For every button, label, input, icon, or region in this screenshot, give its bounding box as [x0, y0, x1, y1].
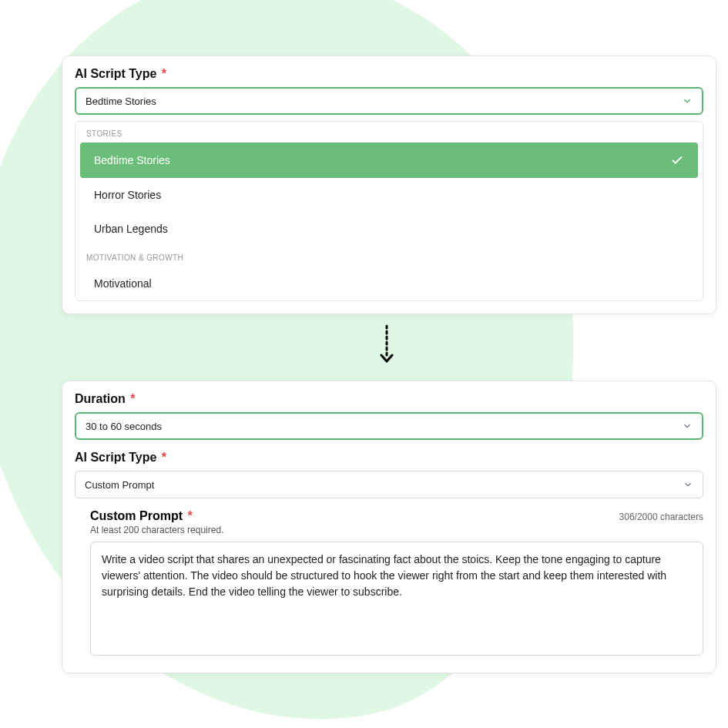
option-horror-stories[interactable]: Horror Stories — [75, 178, 703, 212]
duration-select[interactable]: 30 to 60 seconds — [75, 412, 703, 440]
duration-card: Duration * 30 to 60 seconds AI Script Ty… — [62, 381, 716, 673]
custom-prompt-title-wrap: Custom Prompt * — [90, 509, 193, 523]
option-label: Urban Legends — [94, 223, 168, 235]
character-hint: At least 200 characters required. — [90, 525, 703, 535]
script-type-dropdown: STORIES Bedtime Stories Horror Stories U… — [75, 121, 703, 301]
select-value: Bedtime Stories — [86, 96, 156, 107]
required-asterisk: * — [162, 67, 166, 80]
check-icon — [670, 153, 684, 167]
character-count: 306/2000 characters — [619, 512, 703, 522]
script-type-label: AI Script Type * — [75, 67, 703, 81]
custom-prompt-block: Custom Prompt * 306/2000 characters At l… — [90, 509, 703, 659]
script-type-select[interactable]: Bedtime Stories — [75, 87, 703, 115]
custom-prompt-textarea[interactable] — [90, 542, 703, 656]
option-label: Bedtime Stories — [94, 154, 170, 166]
arrow-down-icon — [379, 324, 394, 364]
script-type-select-2[interactable]: Custom Prompt — [75, 471, 703, 498]
option-urban-legends[interactable]: Urban Legends — [75, 212, 703, 246]
label-text: Duration — [75, 392, 126, 405]
label-text: AI Script Type — [75, 451, 156, 464]
required-asterisk: * — [162, 451, 166, 464]
option-motivational[interactable]: Motivational — [75, 267, 703, 300]
chevron-down-icon — [683, 479, 693, 490]
select-value: 30 to 60 seconds — [86, 421, 162, 432]
label-text: AI Script Type — [75, 67, 156, 80]
required-asterisk: * — [130, 392, 135, 405]
group-header-stories: STORIES — [75, 122, 703, 143]
script-type-label-2: AI Script Type * — [75, 451, 703, 465]
option-label: Horror Stories — [94, 189, 161, 201]
chevron-down-icon — [682, 421, 693, 431]
chevron-down-icon — [682, 96, 693, 106]
duration-label: Duration * — [75, 392, 703, 406]
option-label: Motivational — [94, 277, 152, 290]
group-header-motivation: MOTIVATION & GROWTH — [75, 246, 703, 267]
custom-prompt-title: Custom Prompt — [90, 509, 183, 522]
select-value: Custom Prompt — [85, 479, 154, 491]
required-asterisk: * — [187, 509, 192, 522]
option-bedtime-stories[interactable]: Bedtime Stories — [80, 143, 698, 178]
script-type-card: AI Script Type * Bedtime Stories STORIES… — [62, 55, 716, 314]
